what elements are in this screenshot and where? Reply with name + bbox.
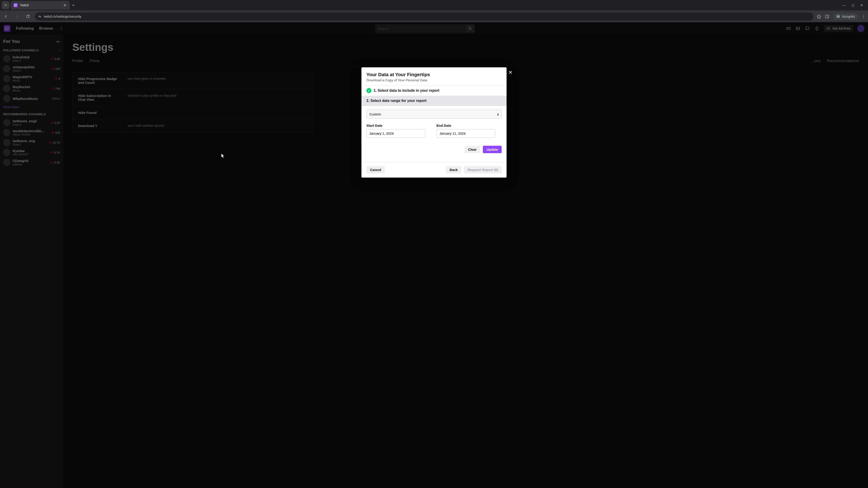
- tab-list-dropdown[interactable]: [2, 1, 9, 9]
- date-range-select[interactable]: Custom: [366, 110, 502, 119]
- request-report-button[interactable]: Request Report (8): [464, 166, 502, 173]
- bookmark-icon[interactable]: [817, 14, 821, 19]
- page: Following Browse Get Ad-Free: [0, 22, 868, 488]
- svg-point-5: [864, 16, 864, 17]
- back-button-modal[interactable]: Back: [446, 166, 461, 173]
- incognito-icon: [836, 14, 840, 19]
- svg-point-6: [864, 17, 864, 18]
- svg-point-1: [40, 17, 41, 17]
- step-2: 2. Select date range for your report: [362, 96, 506, 106]
- check-icon: ✓: [366, 88, 371, 93]
- maximize-icon[interactable]: ▢: [851, 3, 855, 7]
- modal-subtitle: Download a Copy of Your Personal Data: [366, 78, 502, 82]
- svg-rect-2: [826, 15, 829, 18]
- end-date-label: End Date: [436, 124, 495, 127]
- chevron-down-icon: [4, 4, 7, 6]
- close-window-icon[interactable]: ✕: [860, 3, 863, 7]
- window-controls: — ▢ ✕: [842, 3, 866, 7]
- start-date-input[interactable]: [366, 129, 425, 138]
- step-2-label: 2. Select date range for your report: [366, 99, 427, 103]
- reload-button[interactable]: [24, 13, 32, 20]
- browser-chrome: Twitch ✕ ＋ — ▢ ✕ twitch.tv/settings/secu…: [0, 0, 868, 22]
- site-settings-icon: [38, 15, 41, 18]
- url-text: twitch.tv/settings/security: [44, 14, 81, 18]
- end-date-input[interactable]: [436, 129, 495, 138]
- forward-button[interactable]: [13, 13, 21, 20]
- step-1-label: 1. Select data to include in your report: [374, 89, 439, 93]
- address-bar: twitch.tv/settings/security Incognito: [0, 10, 868, 22]
- svg-point-4: [864, 15, 864, 15]
- incognito-indicator[interactable]: Incognito: [833, 13, 858, 20]
- incognito-label: Incognito: [842, 15, 855, 18]
- modal-close-button[interactable]: ✕: [507, 69, 514, 76]
- download-data-modal: ✕ Your Data at Your Fingertips Download …: [362, 67, 506, 177]
- close-tab-icon[interactable]: ✕: [62, 3, 67, 7]
- browser-tab[interactable]: Twitch ✕: [11, 1, 70, 9]
- tab-title: Twitch: [20, 3, 60, 7]
- step-1[interactable]: ✓ 1. Select data to include in your repo…: [362, 85, 506, 96]
- browser-menu-icon[interactable]: [862, 14, 866, 19]
- url-input[interactable]: twitch.tv/settings/security: [35, 12, 813, 21]
- tab-strip: Twitch ✕ ＋ — ▢ ✕: [0, 0, 868, 10]
- twitch-favicon-icon: [13, 3, 18, 7]
- new-tab-button[interactable]: ＋: [71, 3, 75, 8]
- update-button[interactable]: Update: [483, 146, 502, 153]
- svg-point-0: [39, 16, 39, 17]
- side-panel-icon[interactable]: [825, 14, 829, 19]
- start-date-label: Start Date: [366, 124, 425, 127]
- clear-button[interactable]: Clear: [465, 146, 480, 153]
- cancel-button[interactable]: Cancel: [366, 166, 385, 173]
- modal-title: Your Data at Your Fingertips: [366, 72, 502, 77]
- minimize-icon[interactable]: —: [842, 3, 846, 7]
- back-button[interactable]: [2, 13, 10, 20]
